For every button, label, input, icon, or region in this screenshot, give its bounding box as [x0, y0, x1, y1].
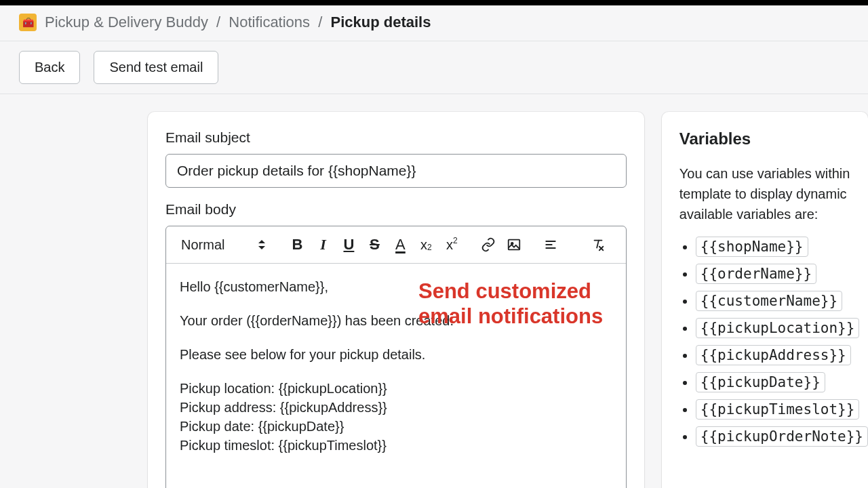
breadcrumb-app[interactable]: Pickup & Delivery Buddy	[45, 14, 208, 30]
align-button[interactable]	[539, 233, 562, 256]
variable-chip[interactable]: {{pickupAddress}}	[696, 345, 851, 365]
body-line: Pickup location: {{pickupLocation}}	[180, 379, 612, 398]
breadcrumb-separator: /	[318, 14, 322, 30]
variable-chip[interactable]: {{pickupLocation}}	[696, 318, 860, 338]
strikethrough-button[interactable]: S	[363, 233, 386, 256]
format-select-label: Normal	[181, 237, 224, 253]
select-caret-icon	[258, 240, 265, 249]
email-editor-card: Email subject Email body Normal B I U S …	[148, 112, 644, 488]
variable-item: {{pickupLocation}}	[696, 318, 868, 338]
promo-overlay-line: Send customized	[418, 279, 603, 304]
format-select[interactable]: Normal	[178, 235, 271, 256]
link-button[interactable]	[477, 233, 500, 256]
variable-item: {{pickupAddress}}	[696, 345, 868, 365]
variables-description: You can use variables within template to…	[679, 163, 868, 224]
promo-overlay: Send customized email notifications	[418, 279, 603, 329]
body-line: Pickup timeslot: {{pickupTimeslot}}	[180, 436, 612, 455]
variable-chip[interactable]: {{shopName}}	[696, 237, 808, 257]
body-line: Pickup address: {{pickupAddress}}	[180, 398, 612, 417]
body-line: Pickup date: {{pickupDate}}	[180, 417, 612, 436]
variable-chip[interactable]: {{pickupDate}}	[696, 372, 825, 392]
link-icon	[481, 237, 496, 252]
variable-item: {{pickupTimeslot}}	[696, 399, 868, 420]
variable-item: {{customerName}}	[696, 291, 868, 311]
send-test-email-button[interactable]: Send test email	[94, 51, 218, 84]
text-color-button[interactable]: A	[389, 233, 412, 256]
body-line: Please see below for your pickup details…	[180, 345, 612, 364]
subject-input[interactable]	[165, 154, 627, 188]
variables-card: Variables You can use variables within t…	[662, 112, 868, 488]
body-label: Email body	[165, 201, 627, 218]
back-button[interactable]: Back	[19, 51, 80, 84]
promo-overlay-line: email notifications	[418, 304, 603, 329]
content-area: Email subject Email body Normal B I U S …	[0, 94, 868, 488]
variable-chip[interactable]: {{pickupOrderNote}}	[696, 426, 868, 447]
image-icon	[507, 237, 521, 252]
underline-button[interactable]: U	[337, 233, 360, 256]
breadcrumb-current: Pickup details	[330, 14, 431, 30]
image-button[interactable]	[502, 233, 526, 256]
app-icon: 🧰	[19, 14, 37, 31]
variables-title: Variables	[679, 129, 868, 148]
variables-list: {{shopName}} {{orderName}} {{customerNam…	[679, 237, 868, 447]
breadcrumb-bar: 🧰 Pickup & Delivery Buddy / Notification…	[0, 5, 868, 41]
variable-item: {{pickupOrderNote}}	[696, 426, 868, 447]
bold-button[interactable]: B	[285, 233, 309, 256]
variable-item: {{pickupDate}}	[696, 372, 868, 392]
breadcrumb: Pickup & Delivery Buddy / Notifications …	[45, 14, 431, 31]
action-bar: Back Send test email	[0, 41, 868, 94]
superscript-button[interactable]: x2	[440, 233, 463, 256]
body-line: Thanks!	[180, 485, 612, 488]
variable-chip[interactable]: {{pickupTimeslot}}	[696, 399, 860, 420]
breadcrumb-section[interactable]: Notifications	[229, 14, 310, 30]
variable-chip[interactable]: {{orderName}}	[696, 264, 816, 284]
rich-text-editor: Normal B I U S A x2 x2	[165, 226, 627, 488]
variable-item: {{orderName}}	[696, 264, 868, 284]
clear-format-icon	[591, 237, 606, 252]
editor-toolbar: Normal B I U S A x2 x2	[166, 226, 626, 264]
variable-item: {{shopName}}	[696, 237, 868, 257]
clear-format-button[interactable]	[587, 233, 610, 256]
variable-chip[interactable]: {{customerName}}	[696, 291, 842, 311]
subject-label: Email subject	[165, 129, 627, 146]
subscript-button[interactable]: x2	[414, 233, 437, 256]
align-icon	[544, 238, 557, 251]
window-top-bar	[0, 0, 868, 5]
italic-button[interactable]: I	[311, 233, 334, 256]
breadcrumb-separator: /	[216, 14, 220, 30]
editor-content[interactable]: Hello {{customerName}}, Your order ({{or…	[166, 264, 626, 488]
